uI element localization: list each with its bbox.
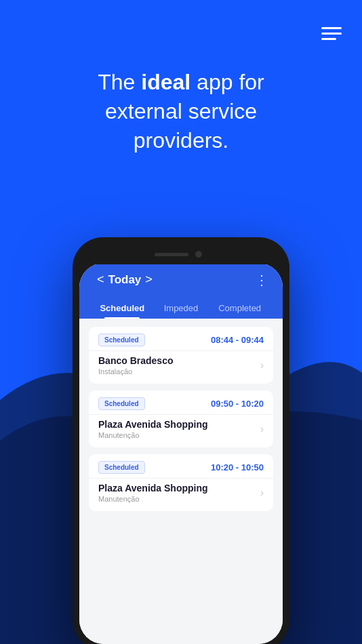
chevron-icon-3: › xyxy=(260,487,264,499)
prev-button[interactable]: < xyxy=(93,271,108,288)
header-section: The ideal app forexternal serviceprovide… xyxy=(0,0,362,156)
card-subtitle-1: Instalação xyxy=(98,367,260,376)
tabs-bar: Scheduled Impeded Completed xyxy=(93,298,269,319)
card-top-2: Scheduled 09:50 - 10:20 xyxy=(89,390,273,414)
tab-scheduled[interactable]: Scheduled xyxy=(93,298,152,319)
time-1: 08:44 - 09:44 xyxy=(211,335,264,345)
app-nav: < Today > ⋮ xyxy=(93,271,269,288)
card-info-1: Banco Bradesco Instalação xyxy=(98,355,260,376)
service-card-3[interactable]: Scheduled 10:20 - 10:50 Plaza Avenida Sh… xyxy=(89,454,273,511)
phone-camera xyxy=(195,251,202,258)
menu-line-3 xyxy=(321,38,336,40)
hero-title: The ideal app forexternal serviceprovide… xyxy=(20,68,342,156)
menu-icon[interactable] xyxy=(321,27,342,40)
card-subtitle-3: Manutenção xyxy=(98,495,260,503)
card-bottom-2: Plaza Avenida Shopping Manutenção › xyxy=(89,414,273,447)
service-card-2[interactable]: Scheduled 09:50 - 10:20 Plaza Avenida Sh… xyxy=(89,390,273,447)
app-content: Scheduled 08:44 - 09:44 Banco Bradesco I… xyxy=(79,319,283,644)
card-top-1: Scheduled 08:44 - 09:44 xyxy=(89,327,273,350)
tab-completed[interactable]: Completed xyxy=(210,298,269,319)
menu-line-2 xyxy=(321,33,342,35)
service-card-1[interactable]: Scheduled 08:44 - 09:44 Banco Bradesco I… xyxy=(89,327,273,384)
next-button[interactable]: > xyxy=(141,271,157,288)
card-name-1: Banco Bradesco xyxy=(98,355,260,366)
card-info-2: Plaza Avenida Shopping Manutenção xyxy=(98,419,260,439)
tab-impeded[interactable]: Impeded xyxy=(152,298,211,319)
time-2: 09:50 - 10:20 xyxy=(211,399,264,409)
card-subtitle-2: Manutenção xyxy=(98,431,260,439)
card-info-3: Plaza Avenida Shopping Manutenção xyxy=(98,483,260,503)
chevron-icon-2: › xyxy=(260,423,264,435)
card-name-2: Plaza Avenida Shopping xyxy=(98,419,260,430)
badge-1: Scheduled xyxy=(98,334,145,346)
card-name-3: Plaza Avenida Shopping xyxy=(98,483,260,494)
card-bottom-3: Plaza Avenida Shopping Manutenção › xyxy=(89,478,273,511)
phone-outer: < Today > ⋮ Scheduled Impeded Completed xyxy=(73,237,289,644)
card-top-3: Scheduled 10:20 - 10:50 xyxy=(89,454,273,478)
phone-screen: < Today > ⋮ Scheduled Impeded Completed xyxy=(79,263,283,644)
card-bottom-1: Banco Bradesco Instalação › xyxy=(89,350,273,384)
more-button[interactable]: ⋮ xyxy=(255,272,269,288)
chevron-icon-1: › xyxy=(260,359,264,371)
badge-2: Scheduled xyxy=(98,397,145,410)
menu-line-1 xyxy=(321,27,342,29)
nav-title: Today xyxy=(108,273,142,287)
phone-speaker xyxy=(155,253,188,256)
app-header: < Today > ⋮ Scheduled Impeded Completed xyxy=(79,263,283,319)
badge-3: Scheduled xyxy=(98,461,145,474)
phone-mockup: < Today > ⋮ Scheduled Impeded Completed xyxy=(73,237,289,644)
time-3: 10:20 - 10:50 xyxy=(211,462,264,472)
hero-bold: ideal xyxy=(141,70,190,94)
